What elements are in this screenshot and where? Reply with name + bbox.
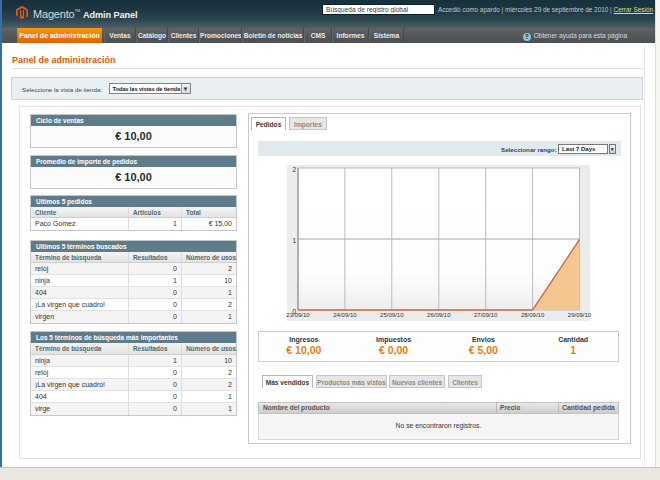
svg-text:25/09/10: 25/09/10	[380, 312, 404, 318]
svg-text:29/09/10: 29/09/10	[568, 312, 592, 318]
svg-text:23/09/10: 23/09/10	[286, 312, 310, 318]
svg-text:27/09/10: 27/09/10	[474, 312, 498, 318]
svg-text:1: 1	[292, 237, 296, 244]
svg-text:24/09/10: 24/09/10	[333, 312, 357, 318]
svg-text:28/09/10: 28/09/10	[521, 312, 545, 318]
svg-text:26/09/10: 26/09/10	[427, 312, 451, 318]
svg-text:2: 2	[292, 166, 296, 173]
